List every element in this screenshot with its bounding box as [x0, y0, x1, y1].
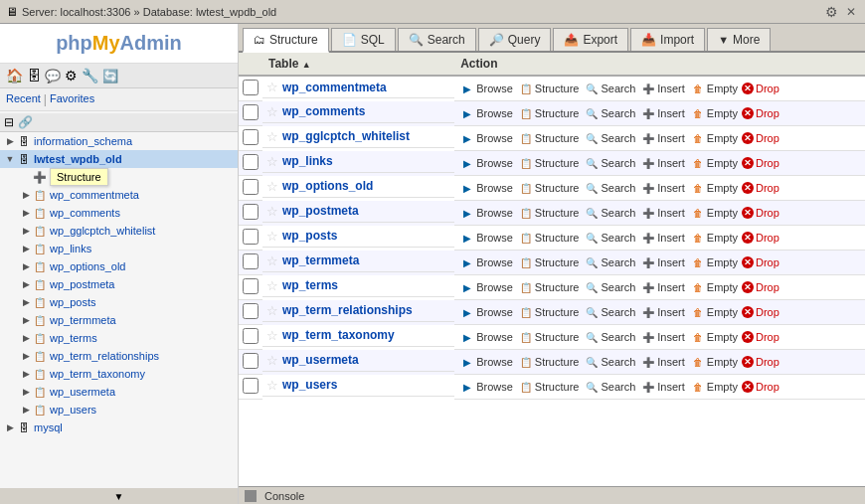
- home-icon[interactable]: 🏠: [6, 68, 23, 84]
- favorite-star-icon[interactable]: ☆: [266, 378, 278, 393]
- insert-button[interactable]: ➕ Insert: [639, 105, 687, 121]
- row-checkbox[interactable]: [243, 80, 259, 95]
- row-checkbox[interactable]: [243, 104, 259, 120]
- tree-item-wp-term-relationships[interactable]: ▶ 📋 wp_term_relationships: [0, 347, 238, 365]
- search-button[interactable]: 🔍 Search: [583, 180, 637, 196]
- expand-wp-comments[interactable]: ▶: [20, 207, 32, 219]
- wp-comments-label[interactable]: wp_comments: [50, 207, 120, 219]
- row-checkbox[interactable]: [243, 253, 259, 269]
- empty-button[interactable]: 🗑 Empty: [689, 230, 740, 246]
- search-button[interactable]: 🔍 Search: [583, 279, 637, 295]
- wp-options-old-label[interactable]: wp_options_old: [50, 260, 125, 272]
- row-checkbox[interactable]: [243, 154, 259, 170]
- wp-usermeta-label[interactable]: wp_usermeta: [50, 386, 115, 398]
- collapse-icon[interactable]: ⊟: [4, 115, 14, 129]
- recent-link[interactable]: Recent: [6, 92, 41, 106]
- tree-item-wp-users[interactable]: ▶ 📋 wp_users: [0, 401, 238, 419]
- drop-button[interactable]: ✕ Drop: [742, 207, 779, 219]
- table-name-link[interactable]: wp_posts: [282, 229, 337, 243]
- insert-button[interactable]: ➕ Insert: [639, 279, 687, 295]
- table-name-link[interactable]: wp_terms: [282, 278, 338, 292]
- expand-wp-term-taxonomy[interactable]: ▶: [20, 368, 32, 380]
- table-name-link[interactable]: wp_term_relationships: [282, 303, 413, 317]
- browse-button[interactable]: ▶ Browse: [458, 254, 515, 270]
- lwtest-wpdb-old-label[interactable]: lwtest_wpdb_old: [34, 153, 122, 165]
- structure-button[interactable]: 📋 Structure: [517, 205, 582, 221]
- favorite-star-icon[interactable]: ☆: [266, 179, 278, 194]
- wp-commentmeta-label[interactable]: wp_commentmeta: [50, 189, 139, 201]
- empty-button[interactable]: 🗑 Empty: [689, 130, 740, 146]
- row-checkbox[interactable]: [243, 129, 259, 145]
- browse-button[interactable]: ▶ Browse: [458, 279, 515, 295]
- sql-icon[interactable]: 💬: [45, 69, 61, 84]
- database-icon[interactable]: 🗄: [27, 68, 41, 84]
- table-name-link[interactable]: wp_postmeta: [282, 204, 359, 218]
- minimize-button[interactable]: ✕: [843, 4, 859, 20]
- empty-button[interactable]: 🗑 Empty: [689, 254, 740, 270]
- scroll-down-icon[interactable]: ▼: [114, 491, 124, 502]
- refresh-icon[interactable]: 🔄: [102, 69, 118, 84]
- favorite-star-icon[interactable]: ☆: [266, 154, 278, 169]
- tree-item-wp-commentmeta[interactable]: ▶ 📋 wp_commentmeta: [0, 186, 238, 204]
- drop-button[interactable]: ✕ Drop: [742, 356, 779, 368]
- insert-button[interactable]: ➕ Insert: [639, 81, 687, 96]
- drop-button[interactable]: ✕ Drop: [742, 107, 779, 119]
- search-button[interactable]: 🔍 Search: [583, 105, 637, 121]
- structure-button[interactable]: 📋 Structure: [517, 180, 582, 196]
- wp-termmeta-label[interactable]: wp_termmeta: [50, 314, 116, 326]
- row-checkbox[interactable]: [243, 179, 259, 195]
- expand-wp-options-old[interactable]: ▶: [20, 260, 32, 272]
- structure-button[interactable]: 📋 Structure: [517, 155, 582, 171]
- drop-button[interactable]: ✕ Drop: [742, 306, 779, 318]
- drop-button[interactable]: ✕ Drop: [742, 256, 779, 268]
- empty-button[interactable]: 🗑 Empty: [689, 279, 740, 295]
- expand-wp-commentmeta[interactable]: ▶: [20, 189, 32, 201]
- search-button[interactable]: 🔍 Search: [583, 329, 637, 345]
- structure-button[interactable]: 📋 Structure: [517, 329, 582, 345]
- structure-button[interactable]: 📋 Structure: [517, 230, 582, 246]
- search-button[interactable]: 🔍 Search: [583, 130, 637, 146]
- search-button[interactable]: 🔍 Search: [583, 155, 637, 171]
- table-name-header[interactable]: Table ▲: [262, 53, 454, 76]
- insert-button[interactable]: ➕ Insert: [639, 130, 687, 146]
- insert-button[interactable]: ➕ Insert: [639, 205, 687, 221]
- search-button[interactable]: 🔍 Search: [583, 230, 637, 246]
- tab-query[interactable]: 🔎 Query: [478, 28, 552, 51]
- empty-button[interactable]: 🗑 Empty: [689, 205, 740, 221]
- drop-button[interactable]: ✕ Drop: [742, 83, 779, 94]
- expand-wp-gglcptch[interactable]: ▶: [20, 225, 32, 237]
- tree-item-wp-termmeta[interactable]: ▶ 📋 wp_termmeta: [0, 311, 238, 329]
- expand-information-schema[interactable]: ▶: [4, 135, 16, 147]
- browse-button[interactable]: ▶ Browse: [458, 354, 515, 370]
- tab-export[interactable]: 📤 Export: [553, 28, 628, 51]
- expand-wp-postmeta[interactable]: ▶: [20, 278, 32, 290]
- structure-button[interactable]: 📋 Structure: [517, 279, 582, 295]
- row-checkbox[interactable]: [243, 328, 259, 344]
- tree-item-wp-term-taxonomy[interactable]: ▶ 📋 wp_term_taxonomy: [0, 365, 238, 383]
- expand-wp-usermeta[interactable]: ▶: [20, 386, 32, 398]
- row-checkbox[interactable]: [243, 303, 259, 319]
- gear-button[interactable]: ⚙: [823, 4, 839, 20]
- insert-button[interactable]: ➕ Insert: [639, 155, 687, 171]
- table-name-link[interactable]: wp_gglcptch_whitelist: [282, 129, 410, 143]
- favorites-link[interactable]: Favorites: [50, 92, 94, 106]
- structure-button[interactable]: 📋 Structure: [517, 354, 582, 370]
- drop-button[interactable]: ✕ Drop: [742, 132, 779, 144]
- wp-posts-label[interactable]: wp_posts: [50, 296, 95, 308]
- tab-import[interactable]: 📥 Import: [630, 28, 705, 51]
- information-schema-label[interactable]: information_schema: [34, 135, 132, 147]
- tree-item-lwtest-wpdb-old[interactable]: ▼ 🗄 lwtest_wpdb_old: [0, 150, 238, 168]
- search-button[interactable]: 🔍 Search: [583, 205, 637, 221]
- wp-term-relationships-label[interactable]: wp_term_relationships: [50, 350, 159, 362]
- expand-lwtest[interactable]: ▼: [4, 153, 16, 165]
- wp-users-label[interactable]: wp_users: [50, 404, 96, 416]
- browse-button[interactable]: ▶ Browse: [458, 130, 515, 146]
- tree-item-wp-terms[interactable]: ▶ 📋 wp_terms: [0, 329, 238, 347]
- drop-button[interactable]: ✕ Drop: [742, 331, 779, 343]
- favorite-star-icon[interactable]: ☆: [266, 129, 278, 144]
- table-name-link[interactable]: wp_options_old: [282, 179, 373, 193]
- empty-button[interactable]: 🗑 Empty: [689, 105, 740, 121]
- mysql-label[interactable]: mysql: [34, 421, 63, 433]
- insert-button[interactable]: ➕ Insert: [639, 304, 687, 320]
- tab-search[interactable]: 🔍 Search: [398, 28, 476, 51]
